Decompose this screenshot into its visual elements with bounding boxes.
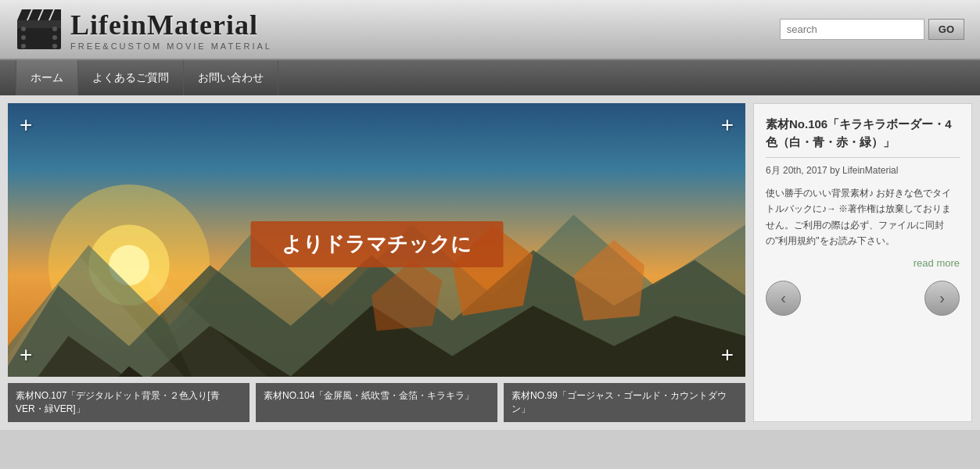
go-button[interactable]: GO <box>928 19 964 40</box>
read-more-link[interactable]: read more <box>766 257 960 269</box>
thumb-item-1[interactable]: 素材NO.107「デジタルドット背景・２色入り[青VER・緑VER]」 <box>8 383 249 422</box>
header: LifeinMaterial FREE&CUSTOM MOVIE MATERIA… <box>0 0 980 60</box>
thumb-item-3[interactable]: 素材NO.99「ゴージャス・ゴールド・カウントダウン」 <box>504 383 745 422</box>
thumb-label-3: 素材NO.99「ゴージャス・ゴールド・カウントダウン」 <box>512 390 727 414</box>
hero-corner-tr[interactable]: + <box>721 113 734 138</box>
svg-point-12 <box>52 44 57 48</box>
nav-faq[interactable]: よくあるご質問 <box>78 60 184 95</box>
navigation: ホーム よくあるご質問 お問い合わせ <box>0 60 980 95</box>
sidebar: 素材No.106「キラキラボーダー・4色（白・青・赤・緑）」 6月 20th, … <box>753 103 972 422</box>
logo-area: LifeinMaterial FREE&CUSTOM MOVIE MATERIA… <box>16 8 272 51</box>
search-input[interactable] <box>780 19 924 40</box>
thumb-item-2[interactable]: 素材NO.104「金屏風・紙吹雪・金箔・キラキラ」 <box>256 383 497 422</box>
next-arrow[interactable]: › <box>924 281 960 316</box>
nav-home[interactable]: ホーム <box>16 60 78 95</box>
sidebar-navigation: ‹ › <box>766 281 960 316</box>
clapperboard-icon <box>16 8 63 51</box>
hero-corner-br[interactable]: + <box>721 342 734 367</box>
thumbnail-row: 素材NO.107「デジタルドット背景・２色入り[青VER・緑VER]」 素材NO… <box>8 383 745 422</box>
svg-point-10 <box>52 27 57 31</box>
logo-subtitle: FREE&CUSTOM MOVIE MATERIAL <box>70 41 272 51</box>
nav-contact[interactable]: お問い合わせ <box>184 60 278 95</box>
search-area: GO <box>780 19 964 40</box>
svg-point-7 <box>21 27 26 31</box>
slider-area: + + + + よりドラマチックに 素材NO.107「デジタルドット背景・２色入… <box>8 103 745 422</box>
sidebar-description: 使い勝手のいい背景素材♪ お好きな色でタイトルバックに♪→ ※著作権は放棄してお… <box>766 185 960 249</box>
hero-image: + + + + よりドラマチックに <box>8 103 745 377</box>
sidebar-date: 6月 20th, 2017 by LifeinMaterial <box>766 164 960 177</box>
hero-banner: よりドラマチックに <box>250 221 503 267</box>
logo-text-area: LifeinMaterial FREE&CUSTOM MOVIE MATERIA… <box>70 9 272 51</box>
hero-corner-tl[interactable]: + <box>20 113 32 138</box>
hero-corner-bl[interactable]: + <box>20 342 32 367</box>
thumb-label-1: 素材NO.107「デジタルドット背景・２色入り[青VER・緑VER]」 <box>16 390 220 414</box>
main-content: + + + + よりドラマチックに 素材NO.107「デジタルドット背景・２色入… <box>0 95 980 430</box>
svg-point-8 <box>21 35 26 40</box>
thumb-label-2: 素材NO.104「金屏風・紙吹雪・金箔・キラキラ」 <box>264 390 474 401</box>
prev-arrow[interactable]: ‹ <box>766 281 801 316</box>
logo-title: LifeinMaterial <box>70 9 272 41</box>
svg-point-9 <box>21 44 26 48</box>
svg-point-11 <box>52 35 57 40</box>
sidebar-title: 素材No.106「キラキラボーダー・4色（白・青・赤・緑）」 <box>766 116 960 158</box>
